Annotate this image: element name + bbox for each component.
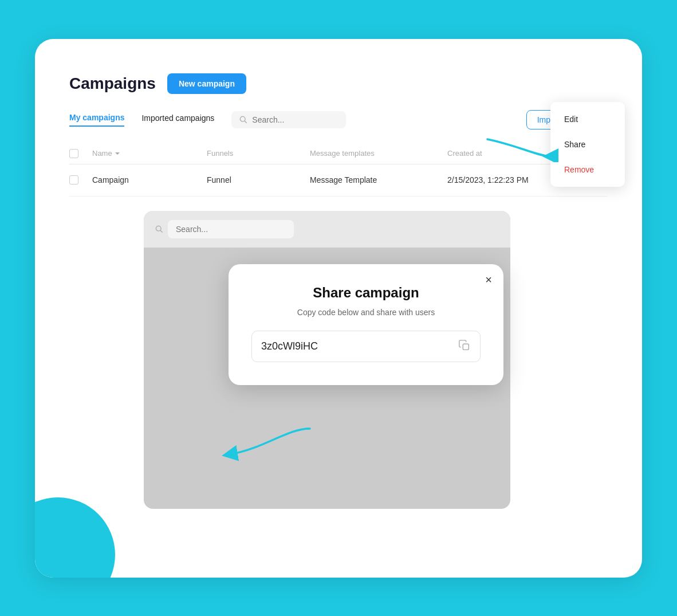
modal-subtitle: Copy code below and share with users bbox=[251, 308, 481, 317]
table-row: Campaign Funnel Message Template 2/15/20… bbox=[69, 164, 608, 197]
copy-code-button[interactable] bbox=[458, 339, 471, 354]
new-campaign-button[interactable]: New campaign bbox=[167, 73, 246, 94]
tab-my-campaigns[interactable]: My campaigns bbox=[69, 113, 124, 127]
row-select-checkbox[interactable] bbox=[69, 175, 78, 185]
search-input[interactable] bbox=[252, 115, 338, 124]
row-name: Campaign bbox=[92, 175, 207, 185]
context-menu-remove[interactable]: Remove bbox=[550, 157, 625, 182]
campaigns-table: Name Funnels Message templates Created a… bbox=[69, 143, 608, 197]
svg-line-3 bbox=[160, 230, 162, 232]
row-checkbox bbox=[69, 175, 92, 185]
row-message-templates: Message Template bbox=[310, 175, 447, 185]
svg-rect-4 bbox=[463, 344, 469, 350]
context-menu: Edit Share Remove bbox=[550, 102, 625, 187]
share-code-box: 3z0cWl9iHC bbox=[251, 331, 481, 362]
inner-search-row bbox=[144, 211, 510, 248]
tabs-row: My campaigns Imported campaigns Import c… bbox=[69, 110, 608, 130]
inner-search-input[interactable] bbox=[168, 220, 294, 238]
table-header: Name Funnels Message templates Created a… bbox=[69, 143, 608, 164]
context-menu-share[interactable]: Share bbox=[550, 132, 625, 157]
context-menu-edit[interactable]: Edit bbox=[550, 107, 625, 132]
col-message-templates: Message templates bbox=[310, 149, 447, 158]
page-header: Campaigns New campaign bbox=[69, 73, 608, 94]
main-card: Campaigns New campaign My campaigns Impo… bbox=[35, 39, 642, 578]
modal-title: Share campaign bbox=[251, 285, 481, 301]
search-icon bbox=[239, 116, 247, 124]
svg-line-1 bbox=[245, 121, 247, 123]
page-title: Campaigns bbox=[69, 74, 156, 93]
share-modal: × Share campaign Copy code below and sha… bbox=[229, 264, 503, 385]
search-bar bbox=[231, 111, 346, 128]
col-name: Name bbox=[92, 149, 207, 158]
modal-close-button[interactable]: × bbox=[485, 273, 492, 287]
tab-imported-campaigns[interactable]: Imported campaigns bbox=[141, 113, 214, 126]
sort-icon bbox=[115, 151, 120, 156]
share-code-value: 3z0cWl9iHC bbox=[261, 340, 451, 352]
copy-icon bbox=[458, 339, 471, 352]
col-checkbox bbox=[69, 149, 92, 158]
row-funnels: Funnel bbox=[207, 175, 310, 185]
select-all-checkbox[interactable] bbox=[69, 149, 78, 158]
col-funnels: Funnels bbox=[207, 149, 310, 158]
inner-search-icon bbox=[155, 225, 163, 233]
